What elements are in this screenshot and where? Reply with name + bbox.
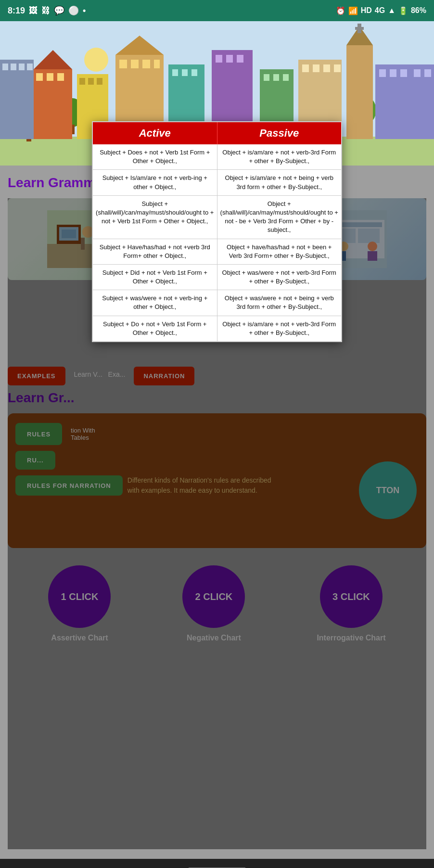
passive-cell: Object + is/am/are + not + verb-3rd Form… (217, 144, 342, 169)
photo-icon: 🖼 (29, 6, 38, 16)
time-display: 8:19 (8, 6, 25, 16)
svg-rect-12 (11, 64, 16, 70)
svg-rect-21 (79, 78, 85, 85)
active-cell: Subject + was/were + not + verb-ing + ot… (93, 290, 217, 315)
svg-rect-37 (237, 55, 243, 63)
svg-rect-41 (283, 74, 289, 81)
svg-rect-40 (273, 74, 279, 81)
active-cell: Subject + (shall/will)/can/may/must/shou… (93, 196, 217, 239)
status-right: ⏰ 📶 HD 4G ▲ 🔋 86% (336, 6, 426, 15)
table-row: Subject + Do + not + Verb 1st Form + Oth… (93, 316, 341, 341)
svg-point-57 (84, 48, 108, 72)
svg-rect-10 (0, 60, 34, 139)
svg-rect-39 (264, 74, 269, 81)
active-cell: Subject + Is/am/are + not + verb-ing + o… (93, 170, 217, 195)
svg-rect-31 (172, 69, 178, 76)
svg-rect-32 (182, 69, 188, 76)
status-left: 8:19 🖼 ⛓ 💬 ⚪ • (8, 5, 86, 16)
svg-rect-56 (424, 69, 431, 77)
svg-rect-50 (355, 27, 364, 30)
svg-rect-16 (36, 73, 43, 81)
svg-rect-55 (414, 69, 421, 77)
svg-rect-14 (27, 64, 33, 70)
wifi-icon: 📶 (348, 6, 358, 15)
svg-rect-46 (334, 64, 341, 72)
table-row: Subject + Does + not + Verb 1st Form + O… (93, 144, 341, 170)
svg-rect-11 (2, 64, 8, 70)
home-indicator (0, 859, 434, 868)
passive-cell: Object + is/am/are + not + being + verb … (217, 170, 342, 195)
table-row: Subject + was/were + not + verb-ing + ot… (93, 290, 341, 316)
svg-rect-28 (154, 60, 160, 68)
active-cell: Subject + Does + not + Verb 1st Form + O… (93, 144, 217, 169)
svg-rect-13 (19, 64, 25, 70)
svg-rect-35 (216, 55, 222, 63)
svg-rect-33 (191, 69, 197, 76)
svg-rect-54 (400, 69, 407, 77)
message-icon: 💬 (54, 5, 64, 16)
svg-rect-47 (346, 45, 373, 139)
active-cell: Subject + Do + not + Verb 1st Form + Oth… (93, 316, 217, 341)
svg-rect-26 (131, 60, 139, 68)
table-row: Subject + Did + not + Verb 1st Form + Ot… (93, 265, 341, 290)
passive-cell: Object + (shall/will)/can/may/must/shoul… (217, 196, 342, 239)
svg-rect-25 (119, 60, 127, 68)
active-passive-table: Active Passive Subject + Does + not + Ve… (92, 121, 342, 342)
svg-rect-44 (313, 64, 319, 72)
active-cell: Subject + Have/has/had + not +verb 3rd F… (93, 239, 217, 264)
dot-icon: • (83, 6, 86, 16)
passive-cell: Object + is/am/are + not + verb-3rd Form… (217, 316, 342, 341)
content-wrapper: Active Passive Subject + Does + not + Ve… (8, 198, 426, 849)
passive-header: Passive (217, 122, 342, 144)
active-cell: Subject + Did + not + Verb 1st Form + Ot… (93, 265, 217, 290)
status-bar: 8:19 🖼 ⛓ 💬 ⚪ • ⏰ 📶 HD 4G ▲ 🔋 86% (0, 0, 434, 21)
table-header: Active Passive (93, 122, 341, 144)
svg-rect-23 (97, 78, 102, 85)
svg-rect-22 (88, 78, 94, 85)
cast-icon: ⛓ (41, 6, 50, 16)
passive-cell: Object + was/were + not + being + verb 3… (217, 290, 342, 315)
svg-rect-43 (302, 64, 309, 72)
table-row: Subject + Have/has/had + not +verb 3rd F… (93, 239, 341, 265)
active-header: Active (93, 122, 217, 144)
circle-icon: ⚪ (68, 5, 79, 16)
passive-cell: Object + was/were + not + verb-3rd Form … (217, 265, 342, 290)
signal-icon: ▲ (388, 6, 396, 15)
svg-rect-18 (57, 73, 64, 81)
svg-rect-36 (226, 55, 233, 63)
network-label: 4G (375, 6, 385, 15)
passive-cell: Object + have/has/had + not + been + Ver… (217, 239, 342, 264)
battery-icon: 🔋 (398, 6, 408, 15)
svg-rect-45 (323, 64, 330, 72)
main-content: Learn Grammar from Rules. (0, 166, 434, 859)
table-row: Subject + (shall/will)/can/may/must/shou… (93, 196, 341, 239)
svg-rect-17 (47, 73, 53, 81)
table-body: Subject + Does + not + Verb 1st Form + O… (93, 144, 341, 341)
svg-rect-27 (142, 60, 150, 68)
alarm-icon: ⏰ (336, 6, 345, 15)
svg-rect-53 (390, 69, 396, 77)
svg-rect-52 (379, 69, 386, 77)
table-row: Subject + Is/am/are + not + verb-ing + o… (93, 170, 341, 195)
battery-level: 86% (411, 6, 426, 15)
hd-label: HD (361, 6, 372, 15)
